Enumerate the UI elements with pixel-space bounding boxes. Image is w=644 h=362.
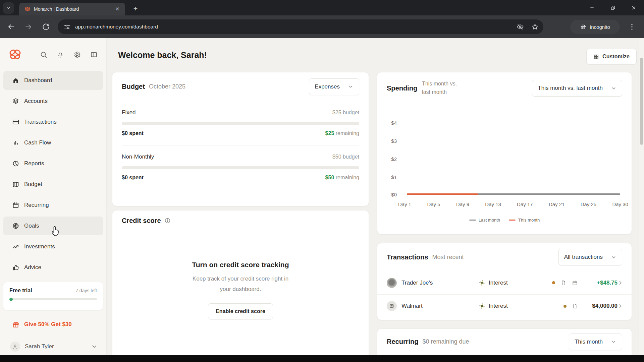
merchant-logo-walmart	[387, 301, 397, 311]
budget-progress-track	[122, 122, 359, 125]
chevron-right-icon	[618, 280, 624, 286]
avatar	[10, 342, 20, 352]
sidebar-item-label: Investments	[24, 243, 55, 250]
recurring-title: Recurring	[387, 338, 418, 346]
recurring-range-dropdown[interactable]: This month	[569, 334, 622, 350]
budget-row-non-monthly[interactable]: Non-Monthly $50 budget $0 spent $50 rema…	[122, 154, 359, 181]
transaction-row[interactable]: Trader Joe's Interest +$48.75	[377, 271, 632, 294]
sidebar-item-advice[interactable]: Advice	[3, 258, 103, 277]
site-settings-tune-icon[interactable]	[64, 23, 70, 30]
sidebar-item-accounts[interactable]: Accounts	[3, 92, 103, 111]
collapse-sidebar-panel-icon[interactable]	[90, 51, 98, 58]
reload-icon[interactable]	[42, 23, 50, 31]
sidebar-item-label: Budget	[24, 181, 42, 188]
calendar-icon	[12, 201, 19, 209]
gridline	[407, 177, 620, 177]
layers-icon	[12, 98, 19, 105]
x-axis-labels: Day 1 Day 5 Day 9 Day 13 Day 17 Day 21 D…	[398, 201, 628, 207]
browser-tab[interactable]: Monarch | Dashboard ✕	[19, 3, 125, 15]
tab-search-button[interactable]	[3, 2, 14, 14]
transaction-meta	[564, 303, 578, 309]
spending-range-dropdown-value: This month vs. last month	[538, 85, 603, 92]
transaction-row[interactable]: Walmart Interest $4,000.00	[377, 294, 632, 317]
sidebar-item-recurring[interactable]: Recurring	[3, 196, 103, 215]
gridline	[407, 159, 620, 159]
sidebar-item-dashboard[interactable]: Dashboard	[3, 71, 103, 90]
y-axis-tick: $2	[377, 156, 397, 162]
forward-icon[interactable]	[24, 23, 33, 31]
sidebar-item-reports[interactable]: Reports	[3, 154, 103, 173]
y-axis-tick: $4	[377, 120, 397, 126]
browser-toolbar: app.monarchmoney.com/dashboard Incognito	[0, 15, 644, 38]
x-axis-tick: Day 1	[398, 201, 411, 207]
spending-range-dropdown[interactable]: This month vs. last month	[532, 80, 622, 97]
notifications-bell-icon[interactable]	[57, 51, 64, 58]
sidebar-item-transactions[interactable]: Transactions	[3, 113, 103, 131]
back-icon[interactable]	[7, 23, 15, 31]
gift-icon	[12, 321, 19, 328]
x-axis-tick: Day 30	[612, 201, 628, 207]
tab-close-icon[interactable]: ✕	[114, 5, 121, 13]
spending-title: Spending	[387, 84, 417, 92]
sidebar-item-label: Reports	[24, 160, 44, 167]
x-axis-tick: Day 13	[485, 201, 501, 207]
category-chip[interactable]: Interest	[479, 280, 547, 286]
eye-off-icon[interactable]	[517, 23, 524, 31]
category-chip[interactable]: Interest	[479, 303, 547, 309]
app-body: Dashboard Accounts Transactions Cash Flo…	[0, 38, 644, 355]
referral-label: Give 50% Get $30	[24, 321, 72, 328]
user-menu[interactable]: Sarah Tyler	[0, 339, 106, 354]
sidebar-item-cash-flow[interactable]: Cash Flow	[3, 133, 103, 152]
settings-gear-icon[interactable]	[73, 51, 81, 58]
x-axis-tick: Day 9	[456, 201, 469, 207]
info-icon[interactable]	[164, 218, 171, 224]
budget-group-name: Fixed	[122, 109, 136, 116]
x-axis-tick: Day 25	[581, 201, 597, 207]
incognito-icon	[580, 23, 587, 30]
user-name: Sarah Tyler	[25, 343, 54, 350]
browser-menu-kebab-icon[interactable]	[628, 23, 636, 31]
scrollbar-thumb[interactable]	[640, 58, 643, 145]
url-bar[interactable]: app.monarchmoney.com/dashboard	[58, 19, 543, 34]
page-scrollbar[interactable]	[639, 38, 644, 355]
monarch-logo-butterfly-icon[interactable]	[8, 48, 22, 62]
budget-row-fixed[interactable]: Fixed $25 budget $0 spent $25 remaining	[122, 109, 359, 136]
new-tab-button[interactable]: +	[130, 3, 141, 14]
window-close-button[interactable]	[623, 0, 644, 15]
referral-link[interactable]: Give 50% Get $30	[0, 318, 106, 330]
budget-type-dropdown-value: Expenses	[315, 83, 340, 90]
interest-category-pinwheel-icon	[479, 303, 485, 309]
budget-card-month: October 2025	[149, 83, 185, 90]
spending-chart: $4 $3 $2 $1 $0 Day 1 Day 5 Day 9	[377, 104, 632, 233]
minimize-icon	[590, 5, 594, 10]
budget-progress-track	[122, 166, 359, 169]
store-icon	[389, 303, 394, 309]
budget-group-name: Non-Monthly	[122, 154, 154, 160]
budget-card-title: Budget	[122, 83, 145, 90]
customize-button[interactable]: Customize	[586, 49, 637, 64]
recurring-subtitle: $0 remaining due	[422, 338, 469, 345]
transactions-filter-dropdown[interactable]: All transactions	[558, 249, 622, 265]
sidebar-item-budget[interactable]: Budget	[3, 175, 103, 194]
transaction-amount: +$48.75	[578, 280, 618, 286]
window-minimize-button[interactable]	[582, 0, 602, 15]
customize-label: Customize	[602, 54, 630, 60]
enable-credit-score-button[interactable]: Enable credit score	[208, 303, 273, 319]
browser-titlebar: Monarch | Dashboard ✕ +	[0, 0, 644, 15]
map-icon	[12, 181, 19, 188]
target-icon	[12, 222, 19, 230]
budget-type-dropdown[interactable]: Expenses	[309, 78, 359, 95]
interest-category-pinwheel-icon	[479, 280, 485, 286]
main-content: Welcome back, Sarah! Customize Budget Oc…	[107, 38, 644, 355]
recurring-card: Recurring $0 remaining due This month	[377, 328, 632, 355]
chevron-down-icon	[611, 339, 616, 345]
sidebar-item-investments[interactable]: Investments	[3, 237, 103, 256]
search-icon[interactable]	[40, 51, 47, 58]
divider	[122, 145, 359, 145]
grid-icon	[593, 54, 599, 60]
merchant-name: Trader Joe's	[401, 280, 479, 286]
bookmark-star-icon[interactable]	[531, 23, 539, 31]
page-title: Welcome back, Sarah!	[118, 50, 207, 60]
window-restore-button[interactable]	[602, 0, 623, 15]
transaction-meta	[552, 280, 578, 286]
